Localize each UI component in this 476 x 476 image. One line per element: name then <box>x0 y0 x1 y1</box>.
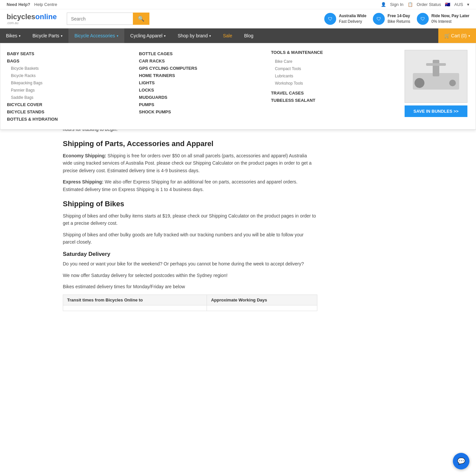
nav-blog[interactable]: Blog <box>238 28 259 43</box>
user-icon: 👤 <box>381 2 386 7</box>
express-label: Express Shipping: <box>63 179 103 184</box>
list-item: Bicycle Racks <box>7 72 129 79</box>
list-item: LIGHTS <box>139 79 261 86</box>
dropdown-banner: SAVE IN BUNDLES >> <box>403 50 469 123</box>
list-item: PUMPS <box>139 101 261 108</box>
list-item: BAGS <box>7 57 129 64</box>
list-item: BICYCLE STANDS <box>7 108 129 115</box>
nav-bar: Bikes ▾ Bicycle Parts ▾ Bicycle Accessor… <box>0 28 476 43</box>
list-item: HOME TRAINERS <box>139 72 261 79</box>
bikes-text-1: Shipping of bikes and other bulky items … <box>63 212 317 227</box>
top-bar: Need Help? Help Centre 👤 Sign In 📋 Order… <box>0 0 476 9</box>
currency-chevron: ▾ <box>467 2 469 7</box>
flag-icon: 🇦🇺 <box>445 2 450 7</box>
trust-badge-finance: 🛡 Ride Now, Pay Later 0% Interest <box>417 13 469 25</box>
economy-label: Economy Shipping: <box>63 153 106 158</box>
header: bicyclesonline .com.au 🔍 🛡 Australia Wid… <box>0 9 476 28</box>
nav-bikes[interactable]: Bikes ▾ <box>0 28 26 43</box>
accessories-chevron: ▾ <box>117 34 118 38</box>
tools-heading: TOOLS & MAINTENANCE <box>271 50 393 55</box>
nav-bicycle-accessories[interactable]: Bicycle Accessories ▾ <box>68 28 124 43</box>
list-item: Compact Tools <box>271 65 393 72</box>
shipping-parts-title: Shipping of Parts, Accessories and Appar… <box>63 139 317 148</box>
list-item: BICYCLE COVER <box>7 101 129 108</box>
list-item: Lubricants <box>271 72 393 79</box>
dropdown-list-3: Bike Care Compact Tools Lubricants Works… <box>271 58 393 104</box>
table-header-transit: Transit times from Bicycles Online to <box>63 295 207 305</box>
svg-rect-1 <box>433 60 439 76</box>
saturday-text-2: We now offer Saturday delivery for selec… <box>63 272 317 279</box>
dropdown-list-2: BOTTLE CAGES CAR RACKS GPS CYCLING COMPU… <box>139 50 261 115</box>
currency-selector[interactable]: AUS <box>454 2 463 7</box>
table-body <box>63 305 317 311</box>
help-centre-link[interactable]: Help Centre <box>34 2 57 7</box>
list-item: Pannier Bags <box>7 86 129 94</box>
dropdown-list-1: BABY SEATS BAGS Bicycle Baskets Bicycle … <box>7 50 129 123</box>
nav-shop-by-brand[interactable]: Shop by brand ▾ <box>172 28 217 43</box>
delivery-times-note: Bikes estimated delivery times for Monda… <box>63 283 317 290</box>
nav-cart[interactable]: 🛒 Cart (0) ▾ <box>438 28 476 43</box>
list-item: CAR RACKS <box>139 57 261 64</box>
sign-in-link[interactable]: Sign In <box>390 2 403 7</box>
dropdown-col-2: BOTTLE CAGES CAR RACKS GPS CYCLING COMPU… <box>139 50 261 123</box>
nav-cycling-apparel[interactable]: Cycling Apparel ▾ <box>124 28 172 43</box>
delivery-table: Transit times from Bicycles Online to Ap… <box>63 295 317 311</box>
list-item: LOCKS <box>139 86 261 94</box>
svg-rect-4 <box>426 63 446 66</box>
trust-badges: 🛡 Australia Wide Fast Delivery 🛡 Free 14… <box>324 13 469 25</box>
list-item: SHOCK PUMPS <box>139 108 261 115</box>
dropdown-col-1: BABY SEATS BAGS Bicycle Baskets Bicycle … <box>7 50 129 123</box>
finance-text: Ride Now, Pay Later 0% Interest <box>431 13 469 24</box>
economy-shipping-text: Economy Shipping: Shipping is free for o… <box>63 152 317 174</box>
list-item: BOTTLES & HYDRATION <box>7 115 129 123</box>
list-item: Bicycle Baskets <box>7 64 129 72</box>
table-cell <box>63 305 207 311</box>
search-input[interactable] <box>67 13 133 25</box>
table-header-days: Approximate Working Days <box>207 295 317 305</box>
parts-chevron: ▾ <box>61 34 62 38</box>
saturday-text-1: Do you need or want your bike for the we… <box>63 260 317 267</box>
svg-point-3 <box>449 80 456 86</box>
returns-icon: 🛡 <box>373 13 385 25</box>
list-item: TRAVEL CASES <box>271 89 393 97</box>
saturday-delivery-title: Saturday Delivery <box>63 251 317 258</box>
finance-icon: 🛡 <box>417 13 429 25</box>
brand-chevron: ▾ <box>209 34 211 38</box>
search-area: 🔍 <box>67 13 149 25</box>
table-row <box>63 305 317 311</box>
order-icon: 📋 <box>408 2 413 7</box>
top-bar-right: 👤 Sign In 📋 Order Status 🇦🇺 AUS ▾ <box>381 2 469 7</box>
list-item: BABY SEATS <box>7 50 129 57</box>
apparel-chevron: ▾ <box>164 34 166 38</box>
trust-badge-delivery: 🛡 Australia Wide Fast Delivery <box>324 13 366 25</box>
logo-domain: .com.au <box>7 21 19 25</box>
search-button[interactable]: 🔍 <box>133 13 149 25</box>
list-item: MUDGUARDS <box>139 94 261 101</box>
order-status-link[interactable]: Order Status <box>417 2 441 7</box>
list-item: Bikepacking Bags <box>7 79 129 86</box>
delivery-text: Australia Wide Fast Delivery <box>339 13 366 24</box>
trust-badge-returns: 🛡 Free 14-Day Bike Returns <box>373 13 410 25</box>
banner-inner <box>405 50 467 102</box>
dropdown-col-3: TOOLS & MAINTENANCE Bike Care Compact To… <box>271 50 393 123</box>
dropdown-menu: BABY SEATS BAGS Bicycle Baskets Bicycle … <box>0 43 476 130</box>
list-item: Bike Care <box>271 58 393 65</box>
need-help-link[interactable]: Need Help? <box>7 2 30 7</box>
list-item: Saddle Bags <box>7 94 129 101</box>
list-item: TUBELESS SEALANT <box>271 97 393 104</box>
table-cell <box>207 305 317 311</box>
logo[interactable]: bicyclesonline .com.au <box>7 13 57 25</box>
banner-image <box>405 50 467 103</box>
save-bundles-button[interactable]: SAVE IN BUNDLES >> <box>405 105 467 117</box>
list-item: Workshop Tools <box>271 79 393 87</box>
nav-sale[interactable]: Sale <box>217 28 238 43</box>
express-shipping-text: Express Shipping: We also offer Express … <box>63 178 317 193</box>
list-item: BOTTLE CAGES <box>139 50 261 57</box>
bikes-text-2: Shipping of bikes and other bulky goods … <box>63 231 317 246</box>
shipping-bikes-title: Shipping of Bikes <box>63 200 317 208</box>
list-item: GPS CYCLING COMPUTERS <box>139 64 261 72</box>
tools-svg <box>410 53 462 99</box>
logo-bicycles: bicycles <box>7 13 35 21</box>
nav-bicycle-parts[interactable]: Bicycle Parts ▾ <box>26 28 68 43</box>
returns-text: Free 14-Day Bike Returns <box>387 13 410 24</box>
